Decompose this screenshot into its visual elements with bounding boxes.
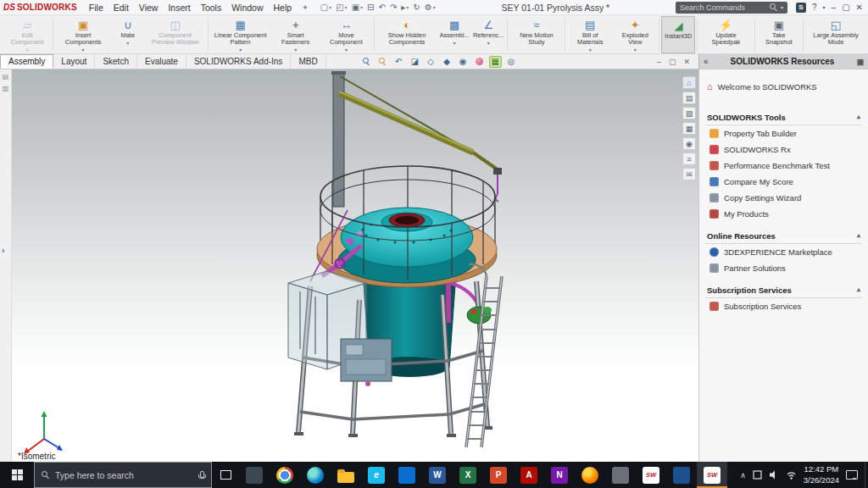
- appearances-tab-icon[interactable]: ◉: [682, 137, 696, 150]
- taskbar-app-internet-explorer[interactable]: e: [361, 462, 392, 488]
- taskbar-app-solidworks[interactable]: SW: [636, 462, 666, 488]
- subscription-services-link[interactable]: Subscription Services: [699, 298, 868, 314]
- minimize-button[interactable]: –: [832, 3, 837, 12]
- large-assembly-mode-button[interactable]: ◱ Large Assembly Mode: [805, 16, 866, 53]
- taskbar-app-firefox[interactable]: [575, 462, 605, 488]
- rebuild-button[interactable]: ↻: [413, 3, 420, 12]
- search-dropdown-icon[interactable]: ▾: [781, 4, 783, 10]
- section-view-button[interactable]: ◪: [409, 56, 421, 68]
- taskbar-app-chrome[interactable]: [270, 462, 300, 488]
- partner-solutions-link[interactable]: Partner Solutions: [699, 260, 868, 276]
- jib-crane[interactable]: [331, 71, 502, 207]
- help-dropdown-icon[interactable]: ▾: [823, 4, 826, 10]
- linear-component-pattern-button[interactable]: ▦ Linear Component Pattern ▾: [210, 16, 271, 53]
- view-orientation-button[interactable]: ◇: [425, 56, 437, 68]
- start-button[interactable]: [0, 462, 34, 488]
- menu-help[interactable]: Help: [269, 3, 298, 13]
- show-desktop-button[interactable]: [865, 462, 868, 488]
- edit-appearance-button[interactable]: [473, 56, 486, 68]
- section-solidworks-tools[interactable]: SOLIDWORKS Tools ▾: [705, 110, 862, 125]
- my-products-link[interactable]: My Products: [699, 206, 868, 222]
- feature-tree-icon[interactable]: ▤: [3, 73, 9, 80]
- maximize-button[interactable]: ▢: [842, 3, 849, 12]
- solidworks-rx-link[interactable]: SOLIDWORKS Rx: [699, 141, 868, 158]
- display-pane-icon[interactable]: ▥: [3, 85, 9, 92]
- smart-fasteners-button[interactable]: + Smart Fasteners ▾: [271, 16, 320, 53]
- taskbar-app-people[interactable]: [239, 462, 270, 488]
- tab-solidworks-add-ins[interactable]: SOLIDWORKS Add-Ins: [186, 54, 291, 69]
- custom-properties-tab-icon[interactable]: ≡: [682, 152, 696, 165]
- reference-geometry-button[interactable]: ∠ Referenc... ▾: [471, 16, 505, 53]
- control-box[interactable]: [341, 339, 392, 386]
- section-online-resources[interactable]: Online Resources ▾: [705, 229, 862, 244]
- exploded-view-button[interactable]: ✦ Exploded View ▾: [613, 16, 657, 53]
- take-snapshot-button[interactable]: ▣ Take Snapshot: [757, 16, 802, 53]
- tab-layout[interactable]: Layout: [53, 54, 95, 69]
- graphics-area[interactable]: ⌂ ▤ ▧ ▦ ◉ ≡ ✉ *Isometric: [12, 69, 698, 462]
- help-button[interactable]: ?: [812, 3, 817, 12]
- taskbar-app-acrobat[interactable]: A: [514, 462, 544, 488]
- tab-evaluate[interactable]: Evaluate: [137, 54, 186, 69]
- close-button[interactable]: ✕: [856, 3, 863, 12]
- command-search-box[interactable]: Search Commands ▾: [676, 2, 787, 14]
- marketplace-link[interactable]: 3DEXPERIENCE Marketplace: [699, 244, 868, 260]
- menu-file[interactable]: File: [84, 3, 108, 13]
- save-button[interactable]: ▣▾: [352, 3, 363, 12]
- welcome-link[interactable]: ⌂ Welcome to SOLIDWORKS: [699, 71, 868, 103]
- display-style-button[interactable]: ◆: [441, 56, 453, 68]
- flyout-tree-arrow-icon[interactable]: ›: [2, 246, 4, 255]
- action-center-icon[interactable]: [846, 470, 858, 480]
- select-button[interactable]: ▸▾: [401, 3, 409, 12]
- pyrolysis-assembly-model[interactable]: [12, 69, 698, 462]
- component-preview-window-button[interactable]: ◫ Component Preview Window: [145, 16, 206, 53]
- microphone-icon[interactable]: [198, 471, 204, 480]
- doc-restore-button[interactable]: ▢: [669, 58, 676, 66]
- apply-scene-button[interactable]: ▦: [489, 56, 502, 68]
- hide-show-items-button[interactable]: ◉: [457, 56, 470, 68]
- menu-edit[interactable]: Edit: [108, 3, 134, 13]
- previous-view-button[interactable]: ↶: [392, 56, 405, 68]
- assembly-features-button[interactable]: ▩ Assembl... ▾: [437, 16, 471, 53]
- menu-window[interactable]: Window: [226, 3, 268, 13]
- resources-tab-icon[interactable]: ⌂: [682, 76, 696, 89]
- new-motion-study-button[interactable]: ≈ New Motion Study: [509, 16, 563, 53]
- taskbar-app-blue[interactable]: [666, 462, 697, 488]
- redo-button[interactable]: ↷: [390, 3, 397, 12]
- insert-components-button[interactable]: ▣ Insert Components ▾: [55, 16, 110, 53]
- taskbar-app-store[interactable]: [392, 462, 422, 488]
- taskbar-app-onenote[interactable]: N: [544, 462, 575, 488]
- taskbar-app-excel[interactable]: X: [453, 462, 483, 488]
- tray-app-icon[interactable]: [753, 470, 762, 480]
- view-settings-button[interactable]: ◎: [505, 56, 518, 68]
- section-subscription-services[interactable]: Subscription Services ▾: [705, 283, 862, 298]
- menu-pin-icon[interactable]: ✦: [302, 3, 309, 12]
- network-icon[interactable]: [786, 470, 797, 480]
- copy-settings-wizard-link[interactable]: Copy Settings Wizard: [699, 190, 868, 206]
- task-view-button[interactable]: [212, 462, 239, 488]
- taskbar-app-file-explorer[interactable]: [331, 462, 361, 488]
- open-button[interactable]: ◰▾: [336, 3, 347, 12]
- compare-my-score-link[interactable]: Compare My Score: [699, 174, 868, 190]
- print-button[interactable]: ⊟: [367, 3, 374, 12]
- undo-button[interactable]: ↶: [378, 3, 385, 12]
- menu-tools[interactable]: Tools: [196, 3, 227, 13]
- taskbar-app-word[interactable]: W: [422, 462, 453, 488]
- login-icon[interactable]: S: [796, 3, 806, 13]
- bill-of-materials-button[interactable]: ▤ Bill of Materials ▾: [567, 16, 613, 53]
- new-document-button[interactable]: ▢▾: [320, 3, 331, 12]
- taskbar-app-edge[interactable]: [300, 462, 331, 488]
- tab-sketch[interactable]: Sketch: [95, 54, 137, 69]
- forum-tab-icon[interactable]: ✉: [682, 168, 696, 180]
- taskbar-app-powerpoint[interactable]: P: [483, 462, 514, 488]
- collapse-pane-icon[interactable]: «: [704, 57, 709, 66]
- taskbar-app-solidworks-active[interactable]: SW: [697, 462, 727, 488]
- performance-benchmark-link[interactable]: Performance Benchmark Test: [699, 158, 868, 174]
- update-speedpak-button[interactable]: ⚡ Update Speedpak: [699, 16, 752, 53]
- file-explorer-tab-icon[interactable]: ▧: [682, 107, 696, 119]
- edit-component-button[interactable]: ▱ Edit Component ▾: [3, 16, 51, 53]
- view-palette-tab-icon[interactable]: ▦: [682, 122, 696, 135]
- mate-button[interactable]: ∪ Mate ▾: [111, 16, 145, 53]
- tab-mbd[interactable]: MBD: [291, 54, 326, 69]
- volume-icon[interactable]: [769, 470, 779, 480]
- taskbar-app-gray[interactable]: [605, 462, 636, 488]
